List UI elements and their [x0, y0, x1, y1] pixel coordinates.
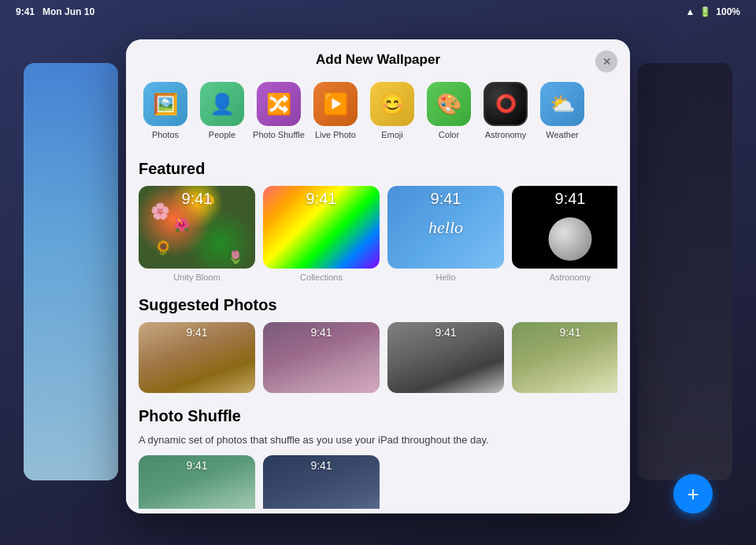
suggested-item-3[interactable]: 9:41: [387, 322, 504, 393]
add-wallpaper-button[interactable]: +: [673, 474, 713, 513]
category-people-label: People: [209, 130, 235, 139]
suggested-item-2[interactable]: 9:41: [263, 322, 380, 393]
live-photo-icon: ▶️: [313, 82, 358, 126]
category-photos-label: Photos: [152, 130, 179, 139]
photo4-time: 9:41: [512, 326, 617, 339]
unity-bloom-card[interactable]: 🌸 🌺 🌼 🌻 🌷 9:41: [139, 186, 255, 269]
photo3-card[interactable]: 9:41: [387, 322, 504, 393]
wallpaper-preview-left[interactable]: [24, 63, 118, 480]
photo-shuffle-section: Photo Shuffle A dynamic set of photos th…: [139, 407, 617, 509]
shuffle2-card[interactable]: 9:41: [263, 455, 380, 509]
suggested-item-1[interactable]: 9:41: [139, 322, 255, 393]
photo3-time: 9:41: [387, 326, 504, 339]
photo-shuffle-title: Photo Shuffle: [139, 407, 617, 425]
category-weather-label: Weather: [546, 130, 578, 139]
category-photos[interactable]: 🖼️ Photos: [139, 82, 192, 139]
hello-time: 9:41: [387, 190, 504, 208]
photo1-card[interactable]: 9:41: [139, 322, 255, 393]
astronomy-card[interactable]: 9:41: [512, 186, 617, 269]
shuffle2-time: 9:41: [263, 459, 380, 472]
people-icon: 👤: [200, 82, 244, 126]
featured-grid: 🌸 🌺 🌼 🌻 🌷 9:41 Unity Bloom 9:41 Collecti…: [139, 186, 617, 285]
status-time: 9:41 Mon Jun 10: [16, 6, 94, 17]
featured-item-collections[interactable]: 9:41 Collections: [263, 186, 380, 282]
emoji-icon: 😊: [370, 82, 414, 126]
hello-card[interactable]: 9:41 hello: [387, 186, 504, 269]
hello-text: hello: [428, 217, 463, 238]
featured-section: Featured 🌸 🌺 🌼 🌻 🌷 9:41 Unity Bloom: [139, 160, 617, 285]
collections-card[interactable]: 9:41: [263, 186, 380, 269]
suggested-item-4[interactable]: 9:41: [512, 322, 617, 393]
hello-label: Hello: [387, 272, 504, 282]
battery-icon: 🔋: [699, 6, 711, 17]
shuffle-grid: 9:41 9:41: [139, 455, 617, 509]
moon-decoration: [549, 217, 592, 261]
category-people[interactable]: 👤 People: [195, 82, 249, 139]
weather-icon: ⛅: [540, 82, 584, 126]
modal-header: Add New Wallpaper ✕: [126, 39, 630, 76]
status-bar: 9:41 Mon Jun 10 ▲ 🔋 100%: [0, 6, 756, 17]
collections-time: 9:41: [263, 190, 380, 208]
modal-content[interactable]: Featured 🌸 🌺 🌼 🌻 🌷 9:41 Unity Bloom: [126, 149, 630, 509]
photo1-time: 9:41: [139, 326, 255, 339]
unity-bloom-time: 9:41: [139, 190, 255, 208]
category-live-photo-label: Live Photo: [315, 130, 356, 139]
featured-item-unity-bloom[interactable]: 🌸 🌺 🌼 🌻 🌷 9:41 Unity Bloom: [139, 186, 255, 282]
category-weather[interactable]: ⛅ Weather: [536, 82, 589, 139]
astronomy-time: 9:41: [512, 190, 617, 208]
category-color-label: Color: [439, 130, 459, 139]
category-photo-shuffle-label: Photo Shuffle: [253, 130, 305, 139]
unity-bloom-label: Unity Bloom: [139, 272, 255, 282]
battery-percent: 100%: [716, 6, 740, 17]
photo-shuffle-icon: 🔀: [257, 82, 301, 126]
featured-item-hello[interactable]: 9:41 hello Hello: [387, 186, 504, 282]
suggested-photos-section: Suggested Photos 9:41 9:41 9:41: [139, 296, 617, 396]
photo2-card[interactable]: 9:41: [263, 322, 380, 393]
photo4-card[interactable]: 9:41: [512, 322, 617, 393]
astronomy-icon: ⭕: [484, 82, 528, 126]
featured-item-astronomy[interactable]: 9:41 Astronomy: [512, 186, 617, 282]
shuffle1-card[interactable]: 9:41: [139, 455, 255, 509]
category-color[interactable]: 🎨 Color: [422, 82, 476, 139]
color-icon: 🎨: [427, 82, 471, 126]
add-wallpaper-modal: Add New Wallpaper ✕ 🖼️ Photos 👤 People 🔀…: [126, 39, 630, 513]
photo2-time: 9:41: [263, 326, 380, 339]
shuffle1-time: 9:41: [139, 459, 255, 472]
close-icon: ✕: [602, 56, 611, 68]
close-button[interactable]: ✕: [595, 50, 617, 72]
category-photo-shuffle[interactable]: 🔀 Photo Shuffle: [252, 82, 306, 139]
shuffle-item-1[interactable]: 9:41: [139, 455, 255, 509]
suggested-photos-grid: 9:41 9:41 9:41 9:41: [139, 322, 617, 396]
photo-shuffle-description: A dynamic set of photos that shuffle as …: [139, 433, 617, 447]
collections-label: Collections: [263, 272, 380, 282]
wifi-icon: ▲: [685, 6, 695, 17]
photos-icon: 🖼️: [143, 82, 187, 126]
wallpaper-preview-right[interactable]: [638, 63, 732, 480]
category-astronomy-label: Astronomy: [485, 130, 527, 139]
plus-icon: +: [687, 484, 699, 504]
astronomy-label: Astronomy: [512, 272, 617, 282]
featured-title: Featured: [139, 160, 617, 178]
suggested-photos-title: Suggested Photos: [139, 296, 617, 314]
category-emoji-label: Emoji: [381, 130, 403, 139]
categories-row: 🖼️ Photos 👤 People 🔀 Photo Shuffle ▶️ Li…: [126, 76, 630, 149]
modal-title: Add New Wallpaper: [316, 52, 440, 68]
shuffle-item-2[interactable]: 9:41: [263, 455, 380, 509]
category-emoji[interactable]: 😊 Emoji: [365, 82, 419, 139]
category-astronomy[interactable]: ⭕ Astronomy: [479, 82, 532, 139]
category-live-photo[interactable]: ▶️ Live Photo: [309, 82, 362, 139]
